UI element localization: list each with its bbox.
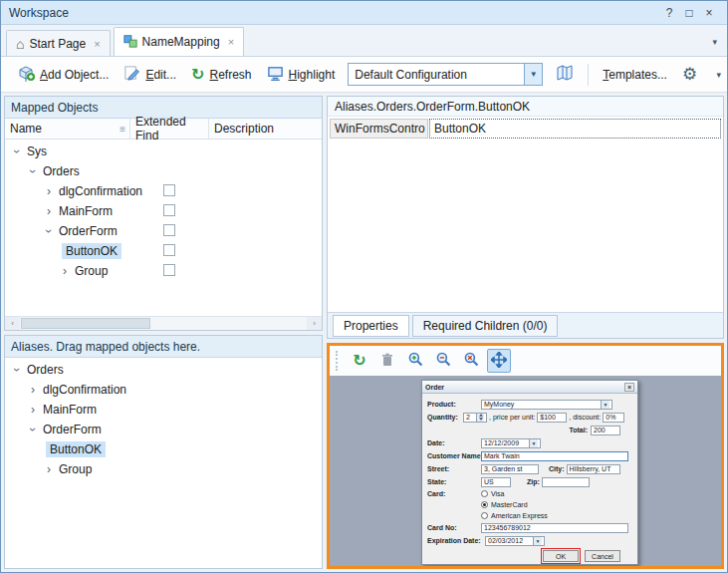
preview-delete-button[interactable] [375,349,399,373]
total-row: Total: 200 [427,425,632,435]
tab-start-page[interactable]: ⌂ Start Page × [6,30,111,56]
tree-row-buttonok[interactable]: ButtonOK [5,241,322,261]
combo-dropdown-icon[interactable]: ▼ [524,64,542,85]
tree-node-label[interactable]: MainForm [55,203,117,219]
extended-find-checkbox[interactable] [163,204,175,216]
tree-row-sys[interactable]: ›Sys [5,142,322,161]
restore-button[interactable]: □ [679,4,699,22]
spinner-arrows-icon [476,414,484,422]
collapse-arrow-icon[interactable]: › [27,165,39,177]
object-name-input[interactable]: ButtonOK [429,119,721,139]
expiration-combobox: 02/03/2012 ▼ [485,536,545,546]
scrollbar-thumb[interactable] [21,318,150,329]
column-header-name[interactable]: Name ≡ [5,119,130,139]
tree-node-label[interactable]: Group [71,263,112,279]
extended-find-checkbox[interactable] [163,184,175,196]
aliases-header: Aliases. Drag mapped objects here. [5,336,322,358]
edit-button[interactable]: Edit... [118,61,182,89]
add-object-label: Add Object... [40,68,109,82]
sort-icon: ≡ [120,124,125,135]
expand-arrow-icon[interactable]: › [27,384,39,396]
expand-arrow-icon[interactable]: › [43,463,55,475]
zoom-in-button[interactable] [403,349,427,373]
tree-node-label[interactable]: dlgConfirmation [55,183,146,199]
settings-button[interactable]: ⚙ [676,62,703,87]
scroll-left-icon[interactable]: ‹ [5,317,20,330]
add-object-button[interactable]: Add Object... [11,60,115,89]
add-object-icon [17,64,35,85]
fit-to-screen-button[interactable] [487,349,511,373]
preview-toolbar: ↻ [330,346,721,376]
tree-row-group[interactable]: ›Group [5,459,322,479]
scrollbar-track[interactable] [20,317,307,330]
tree-node-label[interactable]: ButtonOK [62,243,121,259]
tree-row-dlgconfirmation[interactable]: ›dlgConfirmation [5,181,322,201]
tree-node-label[interactable]: MainForm [39,402,101,418]
card-no-field: 123456789012 [481,523,628,533]
tree-row-buttonok[interactable]: ButtonOK [5,439,322,459]
tab-close-icon[interactable]: × [228,36,234,48]
extended-find-checkbox[interactable] [163,244,175,256]
toolbar-overflow-chevron-icon[interactable]: ▾ [716,70,721,80]
tab-required-children[interactable]: Required Children (0/0) [412,315,559,337]
card-row-visa: Card: Visa [427,488,632,498]
column-header-description[interactable]: Description [209,119,322,139]
tree-node-label[interactable]: Orders [39,163,84,179]
tree-row-orderform[interactable]: ›OrderForm [5,420,322,439]
expand-arrow-icon[interactable]: › [43,185,55,197]
preview-image-area[interactable]: Order × Product: MyMoney ▼ [330,376,721,566]
refresh-button[interactable]: ↻ Refresh [185,63,257,87]
expand-arrow-icon[interactable]: › [43,205,55,217]
tree-row-group[interactable]: ›Group [5,261,322,281]
tree-node-label[interactable]: dlgConfirmation [39,382,130,398]
zoom-out-button[interactable] [431,349,455,373]
tab-close-icon[interactable]: × [94,38,100,50]
extended-find-checkbox[interactable] [163,264,175,276]
tab-overflow-chevron-icon[interactable]: ▾ [712,37,717,47]
tab-properties[interactable]: Properties [333,315,409,337]
tree-row-orders[interactable]: ›Orders [5,360,322,380]
tree-node-label[interactable]: Orders [23,362,68,378]
tab-namemapping[interactable]: NameMapping × [114,27,244,56]
product-row: Product: MyMoney ▼ [427,399,632,410]
horizontal-scrollbar[interactable]: ‹ › [5,316,322,330]
column-name-label: Name [10,122,42,136]
discount-field: 0% [603,413,624,423]
tree-row-mainform[interactable]: ›MainForm [5,400,322,420]
city-value: Hillsberry, UT [570,465,611,472]
collapse-arrow-icon[interactable]: › [43,225,55,237]
expand-arrow-icon[interactable]: › [59,265,71,277]
scroll-right-icon[interactable]: › [307,317,322,330]
quantity-spinner: 2 [463,413,487,423]
product-combobox: MyMoney ▼ [481,400,612,410]
tree-row-mainform[interactable]: ›MainForm [5,201,322,221]
tree-node-label[interactable]: Sys [23,143,51,159]
tree-row-orders[interactable]: ›Orders [5,161,322,181]
highlight-label: Highlight [289,68,336,82]
templates-button[interactable]: Templates... [597,64,673,86]
expand-arrow-icon[interactable]: › [27,404,39,416]
order-dialog-titlebar: Order × [422,381,637,394]
collapse-arrow-icon[interactable]: › [27,424,39,435]
tree-node-label[interactable]: OrderForm [39,422,106,437]
tree-row-dlgconfirmation[interactable]: ›dlgConfirmation [5,380,322,400]
tree-node-label[interactable]: OrderForm [55,223,121,239]
aliases-tree: ›Orders›dlgConfirmation›MainForm›OrderFo… [5,358,322,568]
collapse-arrow-icon[interactable]: › [11,364,23,376]
configurations-button[interactable] [550,60,580,89]
collapse-arrow-icon[interactable]: › [11,145,23,157]
toolbar-grip[interactable] [336,351,340,371]
configuration-combobox[interactable]: Default Configuration ▼ [348,63,543,86]
price-label: , price per unit: [487,414,537,421]
help-button[interactable]: ? [659,4,679,22]
zoom-off-button[interactable] [459,349,483,373]
tree-node-label[interactable]: ButtonOK [46,441,106,457]
extended-find-checkbox[interactable] [163,224,175,236]
highlight-button[interactable]: Highlight [261,61,342,89]
preview-refresh-button[interactable]: ↻ [348,349,371,373]
tree-row-orderform[interactable]: ›OrderForm [5,221,322,241]
tree-node-label[interactable]: Group [55,461,96,477]
radio-mastercard-label: MasterCard [491,501,528,508]
close-button[interactable]: × [699,4,719,22]
column-header-extended-find[interactable]: Extended Find [130,119,209,139]
